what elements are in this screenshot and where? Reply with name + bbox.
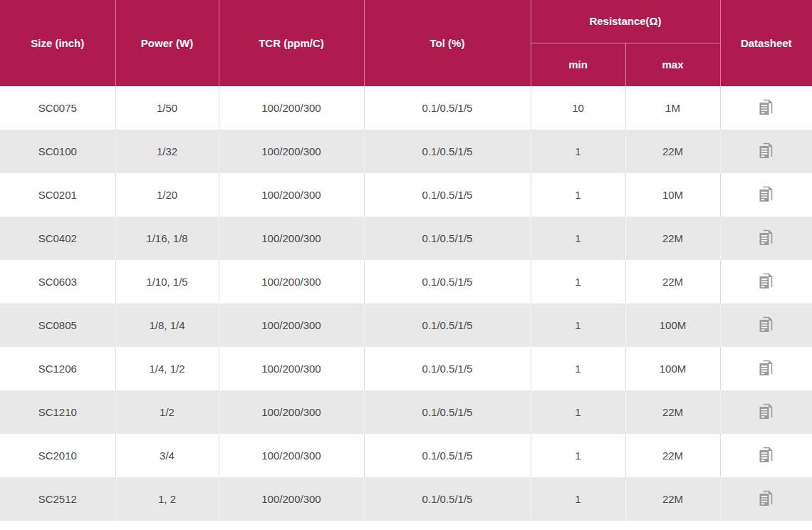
cell-datasheet xyxy=(720,217,812,260)
cell-tcr: 100/200/300 xyxy=(219,173,364,217)
document-copy-icon xyxy=(759,229,774,246)
column-header-datasheet: Datasheet xyxy=(720,0,812,86)
cell-power: 1/4, 1/2 xyxy=(115,347,219,390)
cell-size: SC0075 xyxy=(0,86,115,130)
datasheet-download-button[interactable] xyxy=(756,271,776,291)
datasheet-download-button[interactable] xyxy=(756,228,776,248)
column-header-tol: Tol (%) xyxy=(364,0,531,86)
cell-tcr: 100/200/300 xyxy=(219,303,364,347)
cell-min: 1 xyxy=(531,303,625,347)
cell-size: SC0603 xyxy=(0,260,115,303)
cell-min: 1 xyxy=(531,434,625,477)
table-header: Size (inch) Power (W) TCR (ppm/C) Tol (%… xyxy=(0,0,812,86)
cell-min: 1 xyxy=(531,260,625,303)
cell-size: SC1206 xyxy=(0,347,115,390)
document-copy-icon xyxy=(759,185,774,203)
datasheet-download-button[interactable] xyxy=(756,402,776,422)
cell-datasheet xyxy=(720,303,812,347)
cell-size: SC0402 xyxy=(0,217,115,260)
document-copy-icon xyxy=(759,142,774,160)
table-row: SC25121, 2100/200/3000.1/0.5/1/5122M xyxy=(0,477,812,521)
cell-size: SC2512 xyxy=(0,477,115,521)
cell-tcr: 100/200/300 xyxy=(219,86,364,130)
cell-size: SC0805 xyxy=(0,303,115,347)
document-copy-icon xyxy=(759,359,774,377)
cell-min: 1 xyxy=(531,173,625,217)
cell-power: 1/50 xyxy=(115,86,219,130)
cell-size: SC0100 xyxy=(0,130,115,173)
cell-size: SC1210 xyxy=(0,390,115,434)
cell-min: 1 xyxy=(531,217,625,260)
cell-tcr: 100/200/300 xyxy=(219,347,364,390)
cell-datasheet xyxy=(720,390,812,434)
cell-power: 1, 2 xyxy=(115,477,219,521)
cell-tol: 0.1/0.5/1/5 xyxy=(364,434,531,477)
cell-tol: 0.1/0.5/1/5 xyxy=(364,347,531,390)
column-header-power: Power (W) xyxy=(115,0,219,86)
cell-tcr: 100/200/300 xyxy=(219,217,364,260)
cell-tol: 0.1/0.5/1/5 xyxy=(364,130,531,173)
cell-power: 1/8, 1/4 xyxy=(115,303,219,347)
cell-tcr: 100/200/300 xyxy=(219,390,364,434)
document-copy-icon xyxy=(759,489,774,507)
document-copy-icon xyxy=(759,446,774,464)
cell-tcr: 100/200/300 xyxy=(219,434,364,477)
cell-min: 10 xyxy=(531,86,625,130)
datasheet-download-button[interactable] xyxy=(756,141,776,161)
datasheet-download-button[interactable] xyxy=(756,445,776,465)
cell-min: 1 xyxy=(531,390,625,434)
cell-tcr: 100/200/300 xyxy=(219,477,364,521)
cell-max: 22M xyxy=(625,477,720,521)
table-row: SC00751/50100/200/3000.1/0.5/1/5101M xyxy=(0,86,812,130)
cell-datasheet xyxy=(720,347,812,390)
cell-datasheet xyxy=(720,477,812,521)
cell-size: SC2010 xyxy=(0,434,115,477)
cell-tol: 0.1/0.5/1/5 xyxy=(364,390,531,434)
table-row: SC01001/32100/200/3000.1/0.5/1/5122M xyxy=(0,130,812,173)
document-copy-icon xyxy=(759,98,774,116)
cell-max: 22M xyxy=(625,390,720,434)
datasheet-download-button[interactable] xyxy=(756,98,776,118)
cell-tol: 0.1/0.5/1/5 xyxy=(364,86,531,130)
cell-datasheet xyxy=(720,173,812,217)
cell-power: 1/2 xyxy=(115,390,219,434)
cell-datasheet xyxy=(720,86,812,130)
cell-max: 22M xyxy=(625,434,720,477)
table-body: SC00751/50100/200/3000.1/0.5/1/5101M SC0… xyxy=(0,86,812,521)
table-row: SC04021/16, 1/8100/200/3000.1/0.5/1/5122… xyxy=(0,217,812,260)
cell-tcr: 100/200/300 xyxy=(219,130,364,173)
cell-max: 22M xyxy=(625,130,720,173)
document-copy-icon xyxy=(759,272,774,290)
cell-power: 1/32 xyxy=(115,130,219,173)
cell-max: 22M xyxy=(625,217,720,260)
datasheet-download-button[interactable] xyxy=(756,185,776,204)
cell-power: 3/4 xyxy=(115,434,219,477)
cell-datasheet xyxy=(720,434,812,477)
cell-max: 10M xyxy=(625,173,720,217)
cell-tol: 0.1/0.5/1/5 xyxy=(364,173,531,217)
cell-power: 1/10, 1/5 xyxy=(115,260,219,303)
cell-tcr: 100/200/300 xyxy=(219,260,364,303)
cell-max: 1M xyxy=(625,86,720,130)
column-header-resistance: Resistance(Ω) xyxy=(531,0,720,43)
cell-max: 100M xyxy=(625,347,720,390)
table-row: SC20103/4100/200/3000.1/0.5/1/5122M xyxy=(0,434,812,477)
column-header-resistance-min: min xyxy=(531,43,625,86)
product-spec-table: Size (inch) Power (W) TCR (ppm/C) Tol (%… xyxy=(0,0,812,521)
cell-max: 22M xyxy=(625,260,720,303)
cell-tol: 0.1/0.5/1/5 xyxy=(364,260,531,303)
table-row: SC06031/10, 1/5100/200/3000.1/0.5/1/5122… xyxy=(0,260,812,303)
table-row: SC12101/2100/200/3000.1/0.5/1/5122M xyxy=(0,390,812,434)
cell-min: 1 xyxy=(531,130,625,173)
column-header-tcr: TCR (ppm/C) xyxy=(219,0,364,86)
datasheet-download-button[interactable] xyxy=(756,489,776,509)
table-row: SC08051/8, 1/4100/200/3000.1/0.5/1/51100… xyxy=(0,303,812,347)
document-copy-icon xyxy=(759,316,774,333)
cell-tol: 0.1/0.5/1/5 xyxy=(364,217,531,260)
cell-tol: 0.1/0.5/1/5 xyxy=(364,303,531,347)
datasheet-download-button[interactable] xyxy=(756,358,776,378)
document-copy-icon xyxy=(759,402,774,420)
cell-min: 1 xyxy=(531,477,625,521)
datasheet-download-button[interactable] xyxy=(756,315,776,335)
column-header-resistance-max: max xyxy=(625,43,720,86)
